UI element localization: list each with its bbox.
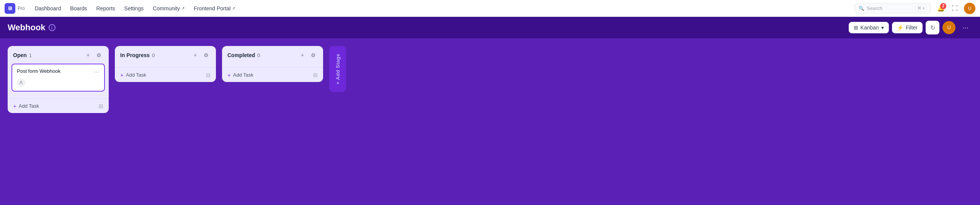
page-title: Webhook [8, 23, 46, 33]
add-task-plus-icon: + [227, 72, 231, 78]
notification-bell-button[interactable]: 🔔 2 [935, 2, 947, 15]
column-completed-settings-button[interactable]: ⚙ [309, 51, 318, 60]
task-footer [17, 75, 100, 87]
column-completed-add-button[interactable]: ＋ [298, 51, 307, 60]
column-in-progress-count: 0 [152, 52, 155, 58]
search-shortcut: ⌘ k [915, 5, 927, 11]
logo-icon: ⊞ [5, 3, 15, 14]
fullscreen-icon: ⛶ [952, 5, 958, 12]
column-open-actions: ＋ ⚙ [83, 51, 103, 60]
column-open-add-button[interactable]: ＋ [83, 51, 93, 60]
column-completed-add-task[interactable]: + Add Task ⊟ [222, 67, 323, 82]
refresh-icon: ↻ [930, 24, 935, 31]
kanban-view-button[interactable]: ⊞ Kanban ▾ [849, 22, 889, 33]
column-in-progress-add-button[interactable]: ＋ [191, 51, 200, 60]
refresh-button[interactable]: ↻ [926, 21, 939, 34]
user-avatar-header[interactable]: U [942, 21, 956, 34]
add-task-plus-icon: + [13, 103, 16, 109]
add-stage-button[interactable]: + Add Stage [329, 46, 346, 92]
external-link-icon: ↗ [181, 6, 185, 10]
nav-item-boards[interactable]: Boards [66, 3, 91, 13]
add-task-expand-icon: ⊟ [99, 103, 103, 109]
column-in-progress-actions: ＋ ⚙ [191, 51, 211, 60]
column-open-title: Open [13, 52, 27, 58]
add-task-left: + Add Task [13, 103, 39, 109]
ellipsis-icon: ··· [962, 24, 968, 32]
nav-item-dashboard[interactable]: Dashboard [31, 3, 65, 13]
column-open: Open 1 ＋ ⚙ Post form Webhook ⋯ [8, 46, 109, 113]
nav-item-frontend-portal[interactable]: Frontend Portal ↗ [190, 3, 239, 13]
avatar-placeholder: U [947, 25, 951, 30]
task-name: Post form Webhook [17, 68, 93, 74]
kanban-label: Kanban [861, 25, 879, 31]
add-task-label: Add Task [19, 103, 39, 109]
column-open-settings-button[interactable]: ⚙ [94, 51, 103, 60]
task-assignee-avatar [17, 79, 25, 87]
external-link-icon: ↗ [232, 6, 235, 10]
add-task-left: + Add Task [120, 72, 146, 78]
filter-icon: ⚡ [897, 25, 903, 31]
page-title-area: Webhook i [8, 23, 849, 33]
header-actions: ⊞ Kanban ▾ ⚡ Filter ↻ U ··· [849, 21, 972, 34]
column-open-count: 1 [29, 52, 32, 58]
board-area: Open 1 ＋ ⚙ Post form Webhook ⋯ [0, 38, 980, 205]
column-completed-title: Completed [227, 52, 255, 58]
page-header: Webhook i ⊞ Kanban ▾ ⚡ Filter ↻ U ··· [0, 17, 980, 38]
column-open-header: Open 1 ＋ ⚙ [8, 46, 109, 64]
avatar-initials: U [968, 6, 972, 11]
filter-label: Filter [906, 25, 918, 31]
add-task-expand-icon: ⊟ [313, 72, 318, 78]
search-box[interactable]: 🔍 Search ⌘ k [854, 3, 931, 13]
svg-point-0 [20, 81, 22, 83]
fullscreen-button[interactable]: ⛶ [949, 2, 961, 15]
top-navigation: ⊞ Pro Dashboard Boards Reports Settings … [0, 0, 980, 17]
notification-badge: 2 [940, 3, 946, 9]
task-card[interactable]: Post form Webhook ⋯ [11, 64, 105, 92]
add-task-label: Add Task [233, 72, 253, 78]
add-task-expand-icon: ⊟ [206, 72, 211, 78]
column-in-progress: In Progress 0 ＋ ⚙ + Add Task ⊟ [115, 46, 216, 82]
column-in-progress-add-task[interactable]: + Add Task ⊟ [115, 67, 216, 82]
info-icon[interactable]: i [49, 24, 56, 31]
nav-item-settings[interactable]: Settings [121, 3, 148, 13]
column-in-progress-body [115, 64, 216, 67]
task-card-header: Post form Webhook ⋯ [17, 68, 100, 75]
nav-item-community[interactable]: Community ↗ [149, 3, 188, 13]
column-completed-count: 0 [257, 52, 260, 58]
user-avatar-nav[interactable]: U [964, 3, 975, 14]
logo-area[interactable]: ⊞ Pro [5, 3, 25, 14]
kanban-icon: ⊞ [854, 25, 858, 31]
chevron-down-icon: ▾ [881, 25, 884, 31]
column-in-progress-settings-button[interactable]: ⚙ [201, 51, 211, 60]
nav-item-reports[interactable]: Reports [93, 3, 119, 13]
column-completed: Completed 0 ＋ ⚙ + Add Task ⊟ [222, 46, 323, 82]
add-task-label: Add Task [126, 72, 146, 78]
add-stage-label: + Add Stage [335, 48, 341, 91]
column-in-progress-header: In Progress 0 ＋ ⚙ [115, 46, 216, 64]
logo-pro-label: Pro [18, 6, 25, 11]
add-task-left: + Add Task [227, 72, 253, 78]
column-open-body: Post form Webhook ⋯ [8, 64, 109, 98]
more-options-button[interactable]: ··· [959, 21, 972, 34]
add-task-plus-icon: + [120, 72, 124, 78]
column-completed-header: Completed 0 ＋ ⚙ [222, 46, 323, 64]
task-more-button[interactable]: ⋯ [93, 68, 100, 75]
column-in-progress-title: In Progress [120, 52, 150, 58]
column-open-add-task[interactable]: + Add Task ⊟ [8, 98, 109, 113]
column-completed-body [222, 64, 323, 67]
filter-button[interactable]: ⚡ Filter [892, 22, 923, 33]
search-icon: 🔍 [859, 6, 864, 11]
column-completed-actions: ＋ ⚙ [298, 51, 318, 60]
search-placeholder: Search [867, 5, 913, 11]
